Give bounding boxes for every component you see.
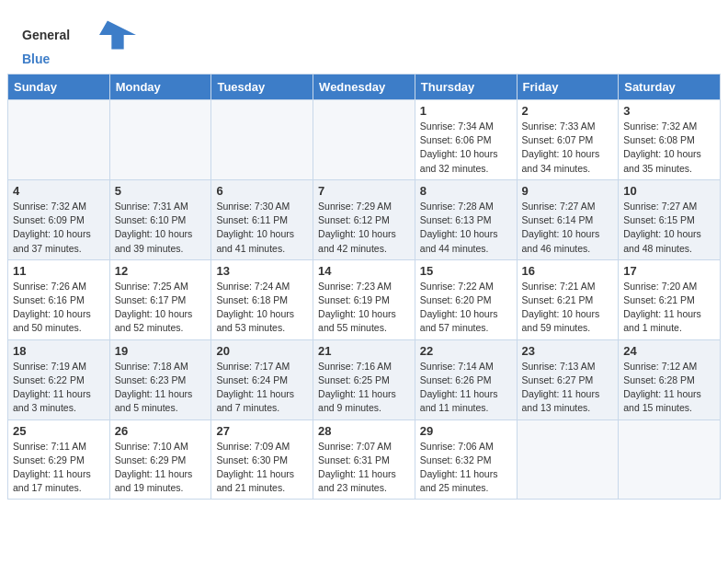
weekday-header-sunday: Sunday	[8, 75, 110, 100]
day-number: 24	[623, 344, 715, 358]
calendar-cell: 29Sunrise: 7:06 AMSunset: 6:32 PMDayligh…	[415, 419, 517, 500]
calendar-cell: 10Sunrise: 7:27 AMSunset: 6:15 PMDayligh…	[619, 179, 721, 259]
day-number: 8	[420, 184, 512, 198]
weekday-header-friday: Friday	[517, 75, 619, 100]
calendar-cell: 25Sunrise: 7:11 AMSunset: 6:29 PMDayligh…	[8, 419, 110, 500]
day-info: Sunrise: 7:12 AMSunset: 6:28 PMDaylight:…	[623, 360, 715, 416]
day-info: Sunrise: 7:21 AMSunset: 6:21 PMDaylight:…	[522, 280, 614, 336]
logo: General Blue	[22, 17, 123, 66]
weekday-header-row: SundayMondayTuesdayWednesdayThursdayFrid…	[8, 75, 721, 100]
calendar-cell: 23Sunrise: 7:13 AMSunset: 6:27 PMDayligh…	[517, 339, 619, 419]
day-number: 15	[420, 264, 512, 278]
day-info: Sunrise: 7:30 AMSunset: 6:11 PMDaylight:…	[216, 200, 308, 256]
day-number: 4	[13, 184, 105, 198]
page-header: General Blue	[0, 0, 728, 74]
svg-marker-0	[99, 20, 136, 49]
day-info: Sunrise: 7:13 AMSunset: 6:27 PMDaylight:…	[522, 360, 614, 416]
day-info: Sunrise: 7:24 AMSunset: 6:18 PMDaylight:…	[216, 280, 308, 336]
calendar-cell: 9Sunrise: 7:27 AMSunset: 6:14 PMDaylight…	[517, 179, 619, 259]
day-info: Sunrise: 7:23 AMSunset: 6:19 PMDaylight:…	[318, 280, 410, 336]
day-info: Sunrise: 7:34 AMSunset: 6:06 PMDaylight:…	[420, 120, 512, 176]
day-number: 12	[115, 264, 207, 278]
calendar-week-row: 11Sunrise: 7:26 AMSunset: 6:16 PMDayligh…	[8, 259, 721, 339]
day-info: Sunrise: 7:25 AMSunset: 6:17 PMDaylight:…	[115, 280, 207, 336]
day-number: 25	[13, 424, 105, 438]
day-number: 9	[522, 184, 614, 198]
logo-bird-icon	[72, 17, 164, 53]
day-number: 19	[115, 344, 207, 358]
day-number: 22	[420, 344, 512, 358]
calendar-table: SundayMondayTuesdayWednesdayThursdayFrid…	[7, 74, 721, 500]
day-number: 29	[420, 424, 512, 438]
calendar-cell: 17Sunrise: 7:20 AMSunset: 6:21 PMDayligh…	[619, 259, 721, 339]
calendar-cell: 6Sunrise: 7:30 AMSunset: 6:11 PMDaylight…	[211, 179, 313, 259]
day-info: Sunrise: 7:17 AMSunset: 6:24 PMDaylight:…	[216, 360, 308, 416]
day-info: Sunrise: 7:29 AMSunset: 6:12 PMDaylight:…	[318, 200, 410, 256]
day-number: 17	[623, 264, 715, 278]
day-number: 2	[522, 104, 614, 118]
calendar-cell	[8, 100, 110, 180]
calendar-cell: 16Sunrise: 7:21 AMSunset: 6:21 PMDayligh…	[517, 259, 619, 339]
day-info: Sunrise: 7:27 AMSunset: 6:15 PMDaylight:…	[623, 200, 715, 256]
day-info: Sunrise: 7:10 AMSunset: 6:29 PMDaylight:…	[115, 440, 207, 496]
day-info: Sunrise: 7:27 AMSunset: 6:14 PMDaylight:…	[522, 200, 614, 256]
day-number: 13	[216, 264, 308, 278]
calendar-cell: 1Sunrise: 7:34 AMSunset: 6:06 PMDaylight…	[415, 100, 517, 180]
day-info: Sunrise: 7:16 AMSunset: 6:25 PMDaylight:…	[318, 360, 410, 416]
calendar-header: SundayMondayTuesdayWednesdayThursdayFrid…	[8, 75, 721, 100]
weekday-header-tuesday: Tuesday	[211, 75, 313, 100]
day-info: Sunrise: 7:11 AMSunset: 6:29 PMDaylight:…	[13, 440, 105, 496]
calendar-cell: 3Sunrise: 7:32 AMSunset: 6:08 PMDaylight…	[619, 100, 721, 180]
day-number: 16	[522, 264, 614, 278]
day-number: 28	[318, 424, 410, 438]
day-info: Sunrise: 7:33 AMSunset: 6:07 PMDaylight:…	[522, 120, 614, 176]
day-info: Sunrise: 7:26 AMSunset: 6:16 PMDaylight:…	[13, 280, 105, 336]
calendar-cell	[211, 100, 313, 180]
calendar-cell: 8Sunrise: 7:28 AMSunset: 6:13 PMDaylight…	[415, 179, 517, 259]
day-info: Sunrise: 7:22 AMSunset: 6:20 PMDaylight:…	[420, 280, 512, 336]
day-info: Sunrise: 7:07 AMSunset: 6:31 PMDaylight:…	[318, 440, 410, 496]
calendar-cell: 19Sunrise: 7:18 AMSunset: 6:23 PMDayligh…	[109, 339, 211, 419]
day-info: Sunrise: 7:32 AMSunset: 6:09 PMDaylight:…	[13, 200, 105, 256]
weekday-header-monday: Monday	[109, 75, 211, 100]
calendar-cell: 28Sunrise: 7:07 AMSunset: 6:31 PMDayligh…	[313, 419, 415, 500]
day-number: 7	[318, 184, 410, 198]
calendar-cell: 26Sunrise: 7:10 AMSunset: 6:29 PMDayligh…	[109, 419, 211, 500]
calendar-cell	[109, 100, 211, 180]
calendar-cell: 22Sunrise: 7:14 AMSunset: 6:26 PMDayligh…	[415, 339, 517, 419]
calendar-cell	[517, 419, 619, 500]
day-number: 6	[216, 184, 308, 198]
weekday-header-wednesday: Wednesday	[313, 75, 415, 100]
day-info: Sunrise: 7:28 AMSunset: 6:13 PMDaylight:…	[420, 200, 512, 256]
day-info: Sunrise: 7:06 AMSunset: 6:32 PMDaylight:…	[420, 440, 512, 496]
day-number: 21	[318, 344, 410, 358]
calendar-cell	[313, 100, 415, 180]
day-number: 26	[115, 424, 207, 438]
day-info: Sunrise: 7:09 AMSunset: 6:30 PMDaylight:…	[216, 440, 308, 496]
day-info: Sunrise: 7:18 AMSunset: 6:23 PMDaylight:…	[115, 360, 207, 416]
calendar-container: SundayMondayTuesdayWednesdayThursdayFrid…	[0, 74, 728, 507]
calendar-cell: 14Sunrise: 7:23 AMSunset: 6:19 PMDayligh…	[313, 259, 415, 339]
day-number: 5	[115, 184, 207, 198]
calendar-cell: 13Sunrise: 7:24 AMSunset: 6:18 PMDayligh…	[211, 259, 313, 339]
calendar-week-row: 18Sunrise: 7:19 AMSunset: 6:22 PMDayligh…	[8, 339, 721, 419]
weekday-header-thursday: Thursday	[415, 75, 517, 100]
calendar-cell: 15Sunrise: 7:22 AMSunset: 6:20 PMDayligh…	[415, 259, 517, 339]
calendar-cell: 18Sunrise: 7:19 AMSunset: 6:22 PMDayligh…	[8, 339, 110, 419]
day-number: 20	[216, 344, 308, 358]
day-number: 11	[13, 264, 105, 278]
calendar-body: 1Sunrise: 7:34 AMSunset: 6:06 PMDaylight…	[8, 100, 721, 500]
day-number: 14	[318, 264, 410, 278]
day-number: 10	[623, 184, 715, 198]
day-number: 1	[420, 104, 512, 118]
calendar-cell: 24Sunrise: 7:12 AMSunset: 6:28 PMDayligh…	[619, 339, 721, 419]
calendar-week-row: 25Sunrise: 7:11 AMSunset: 6:29 PMDayligh…	[8, 419, 721, 500]
day-info: Sunrise: 7:14 AMSunset: 6:26 PMDaylight:…	[420, 360, 512, 416]
calendar-week-row: 1Sunrise: 7:34 AMSunset: 6:06 PMDaylight…	[8, 100, 721, 180]
weekday-header-saturday: Saturday	[619, 75, 721, 100]
day-info: Sunrise: 7:19 AMSunset: 6:22 PMDaylight:…	[13, 360, 105, 416]
calendar-cell: 5Sunrise: 7:31 AMSunset: 6:10 PMDaylight…	[109, 179, 211, 259]
day-number: 18	[13, 344, 105, 358]
day-number: 3	[623, 104, 715, 118]
calendar-cell: 27Sunrise: 7:09 AMSunset: 6:30 PMDayligh…	[211, 419, 313, 500]
